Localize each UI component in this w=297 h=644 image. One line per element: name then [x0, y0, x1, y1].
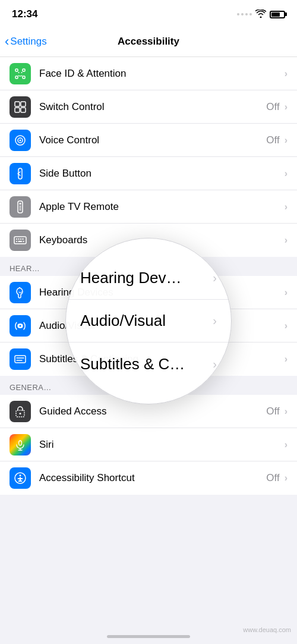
svg-point-35: [19, 441, 22, 445]
subtitles-icon: [10, 348, 31, 370]
svg-point-12: [20, 139, 21, 141]
side-button-chevron: ›: [285, 168, 287, 179]
voice-control-label: Voice Control: [39, 134, 266, 146]
general-list: Guided Access Off › Siri › Acce: [0, 395, 297, 495]
svg-rect-2: [15, 76, 18, 78]
siri-chevron: ›: [285, 439, 287, 450]
magnifier-audio-label: Audio/Visual: [80, 312, 213, 330]
nav-bar: ‹ Settings Accessibility: [0, 26, 297, 57]
svg-rect-17: [20, 208, 21, 209]
svg-rect-8: [15, 108, 20, 112]
svg-rect-26: [19, 241, 22, 242]
svg-rect-21: [18, 238, 20, 240]
guided-access-icon: [10, 401, 31, 422]
voice-control-value: Off: [266, 134, 279, 146]
general-section-label: GENERA…: [10, 383, 52, 392]
svg-rect-13: [18, 168, 22, 179]
accessibility-shortcut-chevron: ›: [285, 473, 287, 483]
apple-tv-remote-chevron: ›: [285, 202, 287, 212]
side-button-icon: [10, 163, 31, 184]
guided-access-chevron: ›: [285, 406, 287, 417]
status-icons: [237, 10, 285, 20]
svg-rect-16: [20, 206, 21, 207]
svg-rect-23: [23, 238, 24, 240]
hearing-devices-icon: [10, 282, 31, 303]
magnifier-hearing-label: Hearing Dev…: [80, 269, 213, 287]
face-id-chevron: ›: [285, 68, 287, 79]
side-button-label: Side Button: [39, 168, 285, 180]
face-id-label: Face ID & Attention: [39, 68, 285, 80]
switch-control-icon: [10, 96, 31, 118]
watermark: www.deuaq.com: [243, 626, 291, 633]
guided-access-label: Guided Access: [39, 406, 266, 417]
interaction-section: Face ID & Attention › Switch Control Off…: [0, 57, 297, 257]
svg-rect-22: [20, 238, 21, 240]
svg-rect-0: [15, 69, 18, 71]
svg-point-5: [21, 72, 23, 73]
page-title: Accessibility: [118, 36, 179, 48]
siri-icon: [10, 434, 31, 455]
audio-visual-chevron: ›: [285, 321, 287, 331]
magnifier-hearing-chevron: ›: [213, 271, 217, 285]
svg-point-4: [18, 72, 20, 73]
status-time: 12:34: [12, 8, 37, 20]
accessibility-shortcut-label: Accessibility Shortcut: [39, 472, 266, 484]
svg-rect-24: [16, 241, 17, 242]
list-item-siri[interactable]: Siri ›: [0, 428, 297, 461]
list-item-side-button[interactable]: Side Button ›: [0, 157, 297, 190]
keyboards-icon: [10, 230, 31, 251]
svg-point-39: [20, 475, 21, 476]
switch-control-chevron: ›: [285, 102, 287, 112]
svg-rect-19: [14, 237, 26, 244]
interaction-list: Face ID & Attention › Switch Control Off…: [0, 57, 297, 257]
home-indicator: [107, 635, 190, 638]
svg-rect-6: [15, 102, 20, 106]
svg-rect-27: [23, 241, 24, 242]
list-item-voice-control[interactable]: Voice Control Off ›: [0, 124, 297, 157]
svg-rect-20: [16, 238, 17, 240]
magnifier-audio-chevron: ›: [213, 314, 217, 328]
back-chevron-icon: ‹: [5, 35, 9, 48]
keyboards-chevron: ›: [285, 235, 287, 246]
hearing-section-label: HEAR…: [10, 264, 40, 273]
hearing-devices-chevron: ›: [285, 287, 287, 298]
back-label: Settings: [10, 36, 46, 48]
face-id-icon: [10, 63, 31, 84]
svg-rect-15: [20, 203, 21, 205]
signal-icon: [237, 13, 252, 15]
svg-rect-7: [21, 102, 26, 106]
magnifier-subtitles-chevron: ›: [213, 357, 217, 371]
svg-rect-9: [21, 108, 26, 112]
guided-access-value: Off: [266, 406, 279, 417]
svg-rect-3: [23, 76, 25, 78]
subtitles-chevron: ›: [285, 354, 287, 365]
magnifier-item-hearing[interactable]: Hearing Dev… ›: [66, 257, 231, 300]
switch-control-label: Switch Control: [39, 101, 266, 113]
back-button[interactable]: ‹ Settings: [5, 35, 47, 48]
svg-rect-30: [15, 356, 26, 363]
accessibility-shortcut-icon: [10, 467, 31, 489]
voice-control-chevron: ›: [285, 135, 287, 146]
list-item-face-id[interactable]: Face ID & Attention ›: [0, 57, 297, 90]
battery-icon: [270, 11, 285, 18]
magnifier-item-audio[interactable]: Audio/Visual ›: [66, 300, 231, 343]
magnifier-subtitles-label: Subtitles & C…: [80, 355, 213, 373]
list-item-accessibility-shortcut[interactable]: Accessibility Shortcut Off ›: [0, 461, 297, 495]
list-item-switch-control[interactable]: Switch Control Off ›: [0, 90, 297, 124]
magnifier-overlay: Hearing Dev… › Audio/Visual › Subtitles …: [65, 238, 232, 404]
accessibility-shortcut-value: Off: [266, 472, 279, 484]
wifi-icon: [255, 10, 266, 20]
apple-tv-remote-icon: [10, 196, 31, 218]
voice-control-icon: [10, 130, 31, 151]
siri-label: Siri: [39, 439, 285, 451]
apple-tv-remote-label: Apple TV Remote: [39, 201, 285, 213]
switch-control-value: Off: [266, 101, 279, 113]
svg-point-34: [20, 413, 21, 414]
svg-rect-1: [23, 69, 25, 71]
audio-visual-icon: [10, 315, 31, 337]
svg-rect-18: [20, 209, 21, 211]
svg-point-29: [20, 325, 21, 326]
list-item-apple-tv-remote[interactable]: Apple TV Remote ›: [0, 190, 297, 224]
magnifier-item-subtitles[interactable]: Subtitles & C… ›: [66, 343, 231, 385]
status-bar: 12:34: [0, 0, 297, 26]
